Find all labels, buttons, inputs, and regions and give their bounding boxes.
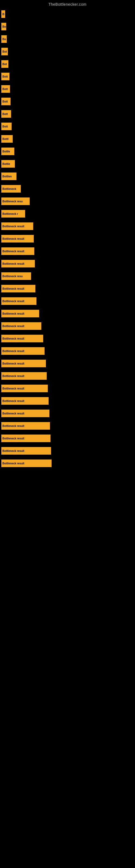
bar-item: Bottleneck result	[1, 422, 50, 430]
bar-row: Bottleneck result	[1, 297, 135, 305]
bars-container: BBoBoBotBotBottBottBottBottBottBottlBott…	[0, 8, 135, 472]
bar-row: Bottleneck resu	[1, 197, 135, 205]
bar-item: Bottl	[1, 135, 13, 143]
bar-row: Bottleneck r	[1, 210, 135, 218]
bar-label: Bottleneck result	[2, 400, 24, 403]
bar-label: Bottleneck result	[2, 337, 24, 340]
bar-label: B	[2, 13, 4, 16]
bar-label: Bottleneck result	[2, 375, 24, 378]
bar-label: Bott	[2, 75, 8, 78]
bar-item: Bottleneck r	[1, 210, 25, 218]
bar-item: Bottle	[1, 160, 15, 167]
bar-label: Bottleneck result	[2, 437, 24, 440]
bar-label: Bottlen	[2, 175, 12, 178]
bar-row: Bottleneck result	[1, 235, 135, 243]
bar-item: Bottleneck result	[1, 372, 47, 380]
bar-label: Bott	[2, 88, 8, 91]
bar-item: Bottleneck result	[1, 460, 52, 467]
bar-label: Bottl	[2, 137, 9, 141]
site-title: TheBottlenecker.com	[0, 0, 135, 8]
bar-row: Bottl	[1, 135, 135, 143]
bar-item: Bottleneck result	[1, 335, 43, 342]
bar-item: Bottleneck resu	[1, 272, 31, 280]
bar-row: Bott	[1, 98, 135, 105]
bar-label: Bottleneck resu	[2, 275, 23, 278]
bar-item: Bottleneck result	[1, 384, 48, 392]
bar-row: Bott	[1, 123, 135, 130]
bar-row: Bottleneck result	[1, 222, 135, 230]
bar-label: Bottleneck result	[2, 412, 24, 415]
bar-row: Bottleneck result	[1, 247, 135, 255]
bar-row: B	[1, 10, 135, 18]
bar-label: Bot	[2, 50, 7, 53]
bar-item: Bottleneck result	[1, 310, 39, 317]
bar-item: Bo	[1, 35, 7, 43]
bar-label: Bottleneck result	[2, 300, 24, 303]
bar-row: Bott	[1, 110, 135, 118]
bar-row: Bottleneck result	[1, 397, 135, 405]
bar-label: Bo	[2, 25, 6, 28]
bar-item: Bot	[1, 48, 8, 55]
bar-label: Bottleneck result	[2, 325, 24, 328]
bar-item: Bott	[1, 123, 12, 130]
bar-row: Bottle	[1, 160, 135, 167]
bar-row: Bottleneck result	[1, 384, 135, 392]
bar-row: Bottlen	[1, 173, 135, 180]
bar-item: Bott	[1, 110, 11, 118]
bar-label: Bottleneck result	[2, 450, 24, 453]
bar-label: Bottleneck	[2, 187, 16, 190]
bar-item: Bottleneck result	[1, 297, 37, 305]
bar-row: Bottleneck result	[1, 360, 135, 367]
bar-row: Bott	[1, 85, 135, 93]
bar-item: Bottleneck	[1, 185, 21, 193]
bar-row: Bottleneck result	[1, 460, 135, 467]
bar-label: Bot	[2, 63, 7, 66]
bar-label: Bottleneck resu	[2, 200, 23, 203]
bar-row: Bottleneck result	[1, 285, 135, 292]
bar-item: Bottle	[1, 148, 14, 155]
bar-item: Bottleneck result	[1, 410, 49, 417]
bar-row: Bottleneck	[1, 185, 135, 193]
bar-item: B	[1, 10, 5, 18]
bar-row: Bott	[1, 73, 135, 80]
bar-label: Bottleneck result	[2, 387, 24, 390]
bar-label: Bottleneck result	[2, 237, 24, 240]
bar-row: Bot	[1, 60, 135, 68]
bar-row: Bo	[1, 35, 135, 43]
bar-row: Bottleneck result	[1, 347, 135, 355]
bar-item: Bottleneck result	[1, 222, 33, 230]
bar-label: Bottleneck result	[2, 262, 24, 265]
bar-label: Bottleneck result	[2, 362, 24, 365]
bar-item: Bottleneck resu	[1, 197, 30, 205]
bar-label: Bottle	[2, 150, 10, 153]
bar-row: Bottleneck result	[1, 447, 135, 455]
bar-row: Bot	[1, 48, 135, 55]
bar-row: Bottleneck result	[1, 260, 135, 268]
bar-item: Bottleneck result	[1, 235, 34, 243]
bar-row: Bottleneck result	[1, 435, 135, 442]
bar-item: Bott	[1, 73, 9, 80]
bar-label: Bottleneck result	[2, 462, 24, 465]
bar-label: Bottle	[2, 162, 10, 165]
bar-item: Bottleneck result	[1, 247, 34, 255]
bar-label: Bott	[2, 100, 8, 103]
bar-label: Bottleneck r	[2, 212, 18, 215]
bar-row: Bottleneck resu	[1, 272, 135, 280]
bar-item: Bottleneck result	[1, 360, 46, 367]
bar-item: Bo	[1, 23, 6, 30]
bar-row: Bottle	[1, 148, 135, 155]
bar-label: Bottleneck result	[2, 312, 24, 315]
bar-row: Bottleneck result	[1, 372, 135, 380]
bar-label: Bottleneck result	[2, 287, 24, 290]
bar-row: Bottleneck result	[1, 422, 135, 430]
bar-label: Bottleneck result	[2, 225, 24, 228]
bar-item: Bottlen	[1, 173, 16, 180]
bar-row: Bottleneck result	[1, 310, 135, 317]
bar-item: Bottleneck result	[1, 260, 35, 268]
bar-row: Bo	[1, 23, 135, 30]
bar-label: Bottleneck result	[2, 425, 24, 428]
bar-item: Bottleneck result	[1, 347, 45, 355]
bar-label: Bott	[2, 113, 8, 116]
bar-label: Bottleneck result	[2, 250, 24, 253]
bar-item: Bott	[1, 85, 10, 93]
